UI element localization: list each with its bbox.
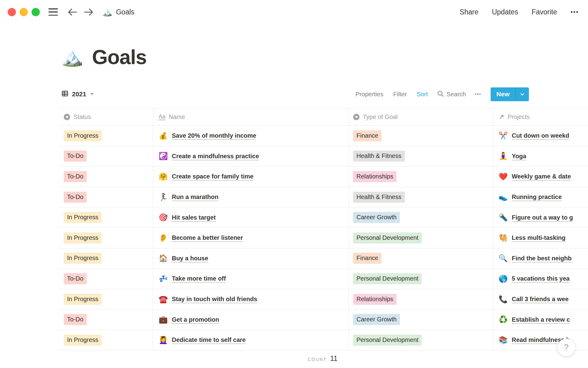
column-header-projects[interactable]: ↗ Projects bbox=[493, 108, 588, 125]
type-of-goal-cell[interactable]: Relationships bbox=[349, 167, 493, 187]
status-cell[interactable]: In Progress bbox=[58, 207, 153, 228]
projects-cell[interactable]: 🌎 5 vacations this yea bbox=[493, 269, 588, 289]
type-badge[interactable]: Career Growth bbox=[353, 314, 400, 325]
status-badge[interactable]: In Progress bbox=[64, 253, 102, 264]
type-badge[interactable]: Personal Development bbox=[353, 335, 422, 346]
name-cell[interactable]: 🏃‍♀️ Run a marathon bbox=[153, 187, 349, 207]
name-cell[interactable]: 💤 Take more time off bbox=[153, 269, 349, 289]
sidebar-menu-icon[interactable] bbox=[48, 8, 58, 16]
filter-button[interactable]: Filter bbox=[388, 89, 412, 100]
project-link[interactable]: Establish a review c bbox=[512, 316, 570, 323]
type-badge[interactable]: Personal Development bbox=[353, 273, 422, 284]
type-of-goal-cell[interactable]: Career Growth bbox=[349, 309, 493, 330]
projects-cell[interactable]: ♻️ Establish a review c bbox=[493, 309, 588, 330]
name-cell[interactable]: 💼 Get a promotion bbox=[153, 309, 349, 330]
share-button[interactable]: Share bbox=[460, 8, 478, 16]
project-link[interactable]: Call 3 friends a wee bbox=[512, 296, 569, 303]
favorite-button[interactable]: Favorite bbox=[532, 8, 557, 16]
status-cell[interactable]: To-Do bbox=[58, 146, 153, 167]
type-of-goal-cell[interactable]: Finance bbox=[349, 248, 493, 269]
status-badge[interactable]: In Progress bbox=[64, 294, 102, 305]
name-link[interactable]: Buy a house bbox=[172, 255, 208, 262]
status-badge[interactable]: To-Do bbox=[64, 151, 87, 162]
status-badge[interactable]: To-Do bbox=[64, 192, 87, 203]
close-window-button[interactable] bbox=[8, 8, 16, 16]
name-cell[interactable]: 💆‍♀️ Dedicate time to self care bbox=[153, 330, 349, 350]
projects-cell[interactable]: 📞 Call 3 friends a wee bbox=[493, 289, 588, 309]
name-cell[interactable]: ☯️ Create a mindfulness practice bbox=[153, 146, 349, 167]
project-link[interactable]: Weekly game & date bbox=[512, 173, 571, 180]
project-link[interactable]: Find the best neighb bbox=[512, 255, 572, 262]
name-link[interactable]: Get a promotion bbox=[172, 316, 219, 323]
maximize-window-button[interactable] bbox=[32, 8, 40, 16]
type-badge[interactable]: Career Growth bbox=[353, 212, 400, 223]
type-of-goal-cell[interactable]: Health & Fitness bbox=[349, 187, 493, 207]
page-mountain-icon[interactable]: 🏔️ bbox=[61, 48, 83, 66]
name-link[interactable]: Dedicate time to self care bbox=[172, 336, 246, 343]
project-link[interactable]: Figure out a way to g bbox=[512, 214, 573, 221]
status-badge[interactable]: To-Do bbox=[64, 171, 87, 182]
name-cell[interactable]: 👂 Become a better listener bbox=[153, 228, 349, 248]
status-cell[interactable]: In Progress bbox=[58, 228, 153, 248]
status-badge[interactable]: In Progress bbox=[64, 212, 102, 223]
type-badge[interactable]: Finance bbox=[353, 253, 382, 264]
type-of-goal-cell[interactable]: Personal Development bbox=[349, 228, 493, 248]
status-badge[interactable]: In Progress bbox=[64, 130, 102, 141]
type-of-goal-cell[interactable]: Personal Development bbox=[349, 269, 493, 289]
type-of-goal-cell[interactable]: Finance bbox=[349, 126, 493, 146]
breadcrumb[interactable]: 🏔️ Goals bbox=[102, 8, 134, 16]
status-cell[interactable]: In Progress bbox=[58, 126, 153, 146]
view-tab-2021[interactable]: 2021 bbox=[61, 90, 94, 98]
status-cell[interactable]: To-Do bbox=[58, 167, 153, 187]
projects-cell[interactable]: 👟 Running practice bbox=[493, 187, 588, 207]
name-link[interactable]: Stay in touch with old friends bbox=[172, 296, 257, 303]
type-badge[interactable]: Personal Development bbox=[353, 232, 422, 243]
new-button[interactable]: New bbox=[491, 87, 515, 101]
status-cell[interactable]: In Progress bbox=[58, 248, 153, 269]
name-link[interactable]: Create space for family time bbox=[172, 173, 254, 180]
projects-cell[interactable]: 🔦 Figure out a way to g bbox=[493, 207, 588, 228]
project-link[interactable]: 5 vacations this yea bbox=[512, 275, 570, 282]
column-header-type-of-goal[interactable]: Type of Goal bbox=[349, 108, 493, 125]
updates-button[interactable]: Updates bbox=[492, 8, 518, 16]
projects-cell[interactable]: ❤️ Weekly game & date bbox=[493, 167, 588, 187]
type-badge[interactable]: Finance bbox=[353, 130, 382, 141]
name-link[interactable]: Take more time off bbox=[172, 275, 226, 282]
name-link[interactable]: Hit sales target bbox=[172, 214, 216, 221]
help-button[interactable]: ? bbox=[557, 339, 575, 356]
projects-cell[interactable]: 🐫 Less multi-tasking bbox=[493, 228, 588, 248]
projects-cell[interactable]: ✂️ Cut down on weekd bbox=[493, 126, 588, 146]
type-badge[interactable]: Relationships bbox=[353, 294, 397, 305]
sort-button[interactable]: Sort bbox=[412, 89, 433, 100]
name-link[interactable]: Become a better listener bbox=[172, 234, 243, 241]
more-options-icon[interactable]: ••• bbox=[571, 9, 579, 16]
name-cell[interactable]: 🎯 Hit sales target bbox=[153, 207, 349, 228]
name-cell[interactable]: 💰 Save 20% of monthly income bbox=[153, 126, 349, 146]
page-title[interactable]: Goals bbox=[92, 45, 146, 69]
type-of-goal-cell[interactable]: Health & Fitness bbox=[349, 146, 493, 167]
new-dropdown-button[interactable] bbox=[515, 87, 529, 101]
projects-cell[interactable]: 🧘‍♀️ Yoga bbox=[493, 146, 588, 167]
status-badge[interactable]: In Progress bbox=[64, 232, 102, 243]
name-cell[interactable]: 🏠 Buy a house bbox=[153, 248, 349, 269]
project-link[interactable]: Running practice bbox=[512, 194, 562, 201]
column-header-status[interactable]: Status bbox=[58, 108, 153, 125]
name-link[interactable]: Create a mindfulness practice bbox=[172, 153, 259, 160]
project-link[interactable]: Yoga bbox=[512, 153, 526, 160]
project-link[interactable]: Less multi-tasking bbox=[512, 234, 566, 241]
projects-cell[interactable]: 🔍 Find the best neighb bbox=[493, 248, 588, 269]
status-cell[interactable]: To-Do bbox=[58, 269, 153, 289]
search-button[interactable]: Search bbox=[433, 88, 470, 100]
name-link[interactable]: Run a marathon bbox=[172, 194, 218, 201]
name-link[interactable]: Save 20% of monthly income bbox=[172, 132, 256, 139]
forward-arrow-icon[interactable] bbox=[84, 8, 93, 16]
view-more-options-icon[interactable]: ••• bbox=[470, 89, 485, 99]
name-cell[interactable]: 🤗 Create space for family time bbox=[153, 167, 349, 187]
status-badge[interactable]: To-Do bbox=[64, 273, 87, 284]
type-of-goal-cell[interactable]: Personal Development bbox=[349, 330, 493, 350]
status-cell[interactable]: To-Do bbox=[58, 187, 153, 207]
status-cell[interactable]: In Progress bbox=[58, 330, 153, 350]
type-badge[interactable]: Health & Fitness bbox=[353, 151, 405, 162]
type-of-goal-cell[interactable]: Relationships bbox=[349, 289, 493, 309]
type-badge[interactable]: Health & Fitness bbox=[353, 192, 405, 203]
